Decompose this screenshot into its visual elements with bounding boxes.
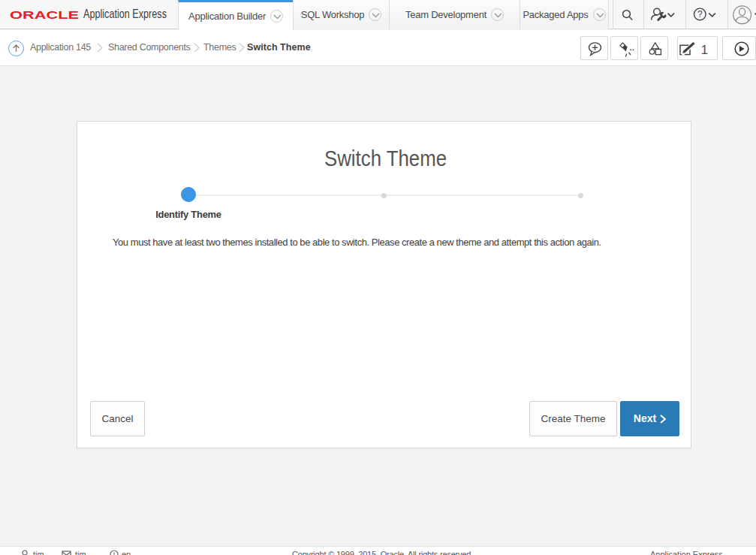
- svg-text:1: 1: [701, 43, 708, 56]
- svg-text:ORACLE: ORACLE: [10, 8, 79, 21]
- svg-text:?: ?: [697, 9, 703, 20]
- svg-text:Application Express: Application Express: [83, 7, 167, 21]
